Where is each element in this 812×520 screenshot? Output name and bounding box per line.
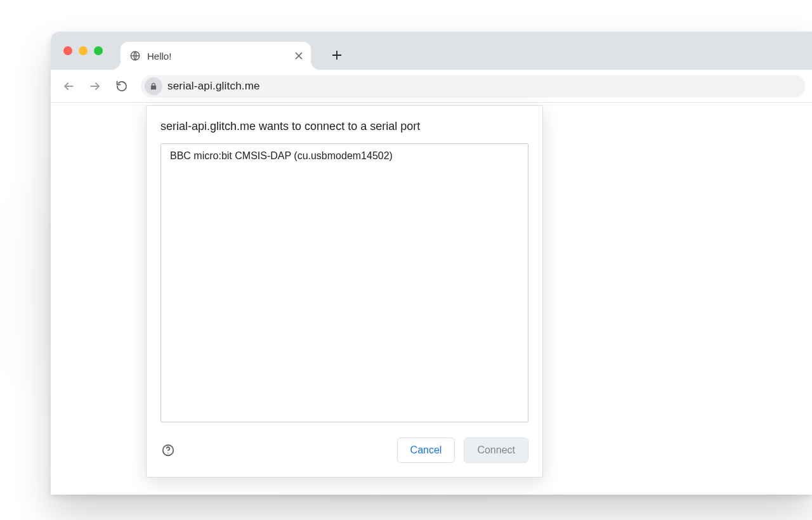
window-controls	[63, 46, 103, 55]
globe-icon	[129, 50, 141, 62]
serial-port-chooser-dialog: serial-api.glitch.me wants to connect to…	[146, 105, 543, 478]
fullscreen-window-icon[interactable]	[94, 46, 103, 55]
minimize-window-icon[interactable]	[79, 46, 88, 55]
tab-strip: Hello!	[51, 32, 812, 70]
dialog-title: serial-api.glitch.me wants to connect to…	[160, 120, 528, 133]
address-bar-url: serial-api.glitch.me	[167, 80, 260, 93]
lock-icon	[145, 77, 162, 95]
svg-point-2	[167, 453, 169, 454]
tab-active[interactable]: Hello!	[121, 42, 311, 70]
toolbar: serial-api.glitch.me	[51, 70, 812, 103]
connect-button-label: Connect	[477, 445, 515, 456]
connect-button[interactable]: Connect	[464, 438, 528, 463]
device-list[interactable]: BBC micro:bit CMSIS-DAP (cu.usbmodem1450…	[160, 143, 528, 422]
back-button[interactable]	[57, 75, 80, 98]
dialog-footer: Cancel Connect	[160, 438, 528, 463]
help-icon[interactable]	[160, 443, 176, 458]
device-label: BBC micro:bit CMSIS-DAP (cu.usbmodem1450…	[170, 150, 393, 161]
cancel-button-label: Cancel	[410, 445, 442, 456]
close-tab-button[interactable]	[293, 50, 304, 62]
forward-button[interactable]	[84, 75, 107, 98]
close-window-icon[interactable]	[63, 46, 72, 55]
browser-window: Hello!	[51, 32, 812, 495]
page-content: serial-api.glitch.me wants to connect to…	[51, 103, 812, 495]
tab-title: Hello!	[147, 51, 171, 62]
new-tab-button[interactable]	[326, 44, 348, 66]
cancel-button[interactable]: Cancel	[397, 438, 455, 463]
reload-button[interactable]	[110, 75, 133, 98]
address-bar[interactable]: serial-api.glitch.me	[141, 75, 806, 98]
device-list-item[interactable]: BBC micro:bit CMSIS-DAP (cu.usbmodem1450…	[161, 144, 528, 168]
